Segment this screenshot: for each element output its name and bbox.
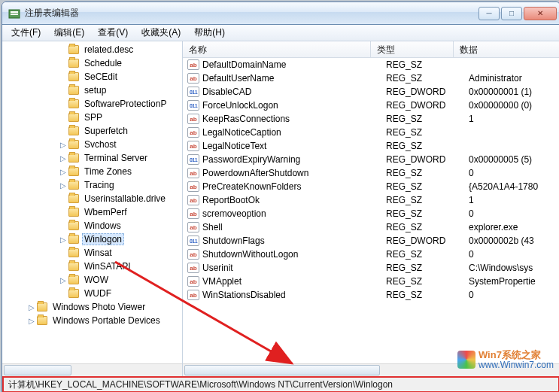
statusbar-path: 计算机\HKEY_LOCAL_MACHINE\SOFTWARE\Microsof… <box>8 378 393 391</box>
value-name: DefaultDomainName <box>202 59 386 70</box>
list-hscroll[interactable] <box>183 363 559 376</box>
list-row[interactable]: LegalNoticeCaptionREG_SZ <box>183 126 559 139</box>
list-row[interactable]: DefaultUserNameREG_SZAdministrator <box>183 71 559 85</box>
registry-tree[interactable]: related.descScheduleSeCEditsetupSoftware… <box>2 41 182 363</box>
menu-file[interactable]: 文件(F) <box>5 25 47 41</box>
value-data: 0 <box>469 208 559 219</box>
expand-icon[interactable]: ▷ <box>58 181 68 190</box>
tree-item[interactable]: WUDF <box>5 287 182 300</box>
list-row[interactable]: DisableCADREG_DWORD0x00000001 (1) <box>183 85 559 99</box>
folder-icon <box>68 126 79 135</box>
menu-view[interactable]: 查看(V) <box>92 25 134 41</box>
tree-item[interactable]: ▷Time Zones <box>5 165 182 178</box>
tree-label: Windows <box>82 220 123 231</box>
expand-icon[interactable]: ▷ <box>58 154 68 163</box>
tree-item[interactable]: SeCEdit <box>5 70 182 84</box>
list-row[interactable]: LegalNoticeTextREG_SZ <box>183 139 559 153</box>
list-row[interactable]: KeepRasConnectionsREG_SZ1 <box>183 112 559 126</box>
expand-icon[interactable]: ▷ <box>58 141 68 149</box>
values-list[interactable]: DefaultDomainNameREG_SZDefaultUserNameRE… <box>183 58 559 363</box>
tree-label: WinSATAPI <box>82 261 133 272</box>
col-type[interactable]: 类型 <box>371 41 454 57</box>
value-name: scremoveoption <box>202 208 386 219</box>
value-type: REG_DWORD <box>386 236 469 246</box>
tree-item[interactable]: ▷Windows Portable Devices <box>5 314 182 327</box>
tree-item[interactable]: SoftwareProtectionP <box>5 97 182 111</box>
string-value-icon <box>187 114 199 124</box>
expand-icon[interactable]: ▷ <box>58 168 68 176</box>
tree-item[interactable]: ▷WOW <box>5 273 182 287</box>
string-value-icon <box>187 276 199 287</box>
string-value-icon <box>187 208 199 219</box>
folder-icon <box>68 181 79 190</box>
value-data: explorer.exe <box>469 222 559 232</box>
value-data: 0 <box>469 249 559 260</box>
tree-item[interactable]: Superfetch <box>5 124 182 138</box>
folder-icon <box>68 248 79 257</box>
folder-icon <box>68 275 79 284</box>
list-row[interactable]: UserinitREG_SZC:\Windows\sys <box>183 261 559 275</box>
list-row[interactable]: ShutdownWithoutLogonREG_SZ0 <box>183 248 559 261</box>
list-row[interactable]: PasswordExpiryWarningREG_DWORD0x00000005… <box>183 153 559 166</box>
tree-hscroll[interactable] <box>2 363 182 376</box>
tree-label: Winlogon <box>82 233 124 245</box>
value-type: REG_SZ <box>386 127 469 138</box>
list-row[interactable]: DefaultDomainNameREG_SZ <box>183 58 559 71</box>
value-data: SystemPropertie <box>469 276 559 287</box>
menu-help[interactable]: 帮助(H) <box>188 25 231 41</box>
folder-icon <box>68 59 79 68</box>
tree-item[interactable]: Windows <box>5 219 182 232</box>
list-row[interactable]: ShutdownFlagsREG_DWORD0x0000002b (43 <box>183 234 559 248</box>
value-data: 0x00000000 (0) <box>469 100 559 111</box>
col-data[interactable]: 数据 <box>454 41 559 57</box>
tree-label: WbemPerf <box>82 207 129 217</box>
expand-icon[interactable]: ▷ <box>26 303 37 311</box>
tree-item[interactable]: Winsat <box>5 246 182 260</box>
tree-item[interactable]: Schedule <box>5 56 182 70</box>
expand-icon[interactable]: ▷ <box>58 236 68 244</box>
tree-item[interactable]: ▷Windows Photo Viewer <box>5 300 182 314</box>
maximize-button[interactable]: □ <box>501 7 522 20</box>
tree-label: Time Zones <box>82 166 134 177</box>
tree-item[interactable]: WinSATAPI <box>5 260 182 273</box>
value-data: 0x00000005 (5) <box>469 154 559 165</box>
list-row[interactable]: WinStationsDisabledREG_SZ0 <box>183 288 559 302</box>
expand-icon[interactable]: ▷ <box>58 276 68 284</box>
menu-edit[interactable]: 编辑(E) <box>48 25 90 41</box>
tree-label: Tracing <box>82 180 117 190</box>
close-button[interactable]: ✕ <box>524 7 557 20</box>
tree-label: Winsat <box>82 248 114 258</box>
value-type: REG_SZ <box>386 222 469 232</box>
svg-rect-1 <box>11 11 18 13</box>
expand-icon[interactable]: ▷ <box>26 317 37 325</box>
minimize-button[interactable]: ─ <box>478 7 500 20</box>
regedit-window: 注册表编辑器 ─ □ ✕ 文件(F) 编辑(E) 查看(V) 收藏夹(A) 帮助… <box>2 2 559 392</box>
statusbar: 计算机\HKEY_LOCAL_MACHINE\SOFTWARE\Microsof… <box>2 376 559 392</box>
col-name[interactable]: 名称 <box>183 41 371 57</box>
titlebar[interactable]: 注册表编辑器 ─ □ ✕ <box>2 2 559 25</box>
list-row[interactable]: ShellREG_SZexplorer.exe <box>183 220 559 234</box>
tree-item[interactable]: ▷Tracing <box>5 178 182 192</box>
tree-item[interactable]: related.desc <box>5 43 182 56</box>
value-data: 1 <box>469 114 559 124</box>
list-row[interactable]: VMAppletREG_SZSystemPropertie <box>183 275 559 288</box>
tree-label: Schedule <box>82 58 124 68</box>
string-value-icon <box>187 168 199 178</box>
tree-item[interactable]: Userinstallable.drive <box>5 192 182 205</box>
tree-label: SPP <box>82 112 105 123</box>
list-row[interactable]: PowerdownAfterShutdownREG_SZ0 <box>183 166 559 180</box>
tree-item[interactable]: ▷Terminal Server <box>5 151 182 165</box>
value-name: PreCreateKnownFolders <box>202 181 386 192</box>
list-row[interactable]: ReportBootOkREG_SZ1 <box>183 193 559 207</box>
tree-item[interactable]: SPP <box>5 111 182 124</box>
tree-item[interactable]: WbemPerf <box>5 205 182 219</box>
tree-item[interactable]: setup <box>5 84 182 97</box>
tree-item[interactable]: ▷Svchost <box>5 138 182 151</box>
string-value-icon <box>187 290 199 300</box>
list-row[interactable]: scremoveoptionREG_SZ0 <box>183 207 559 220</box>
tree-item[interactable]: ▷Winlogon <box>5 232 182 246</box>
menu-favorites[interactable]: 收藏夹(A) <box>135 25 187 41</box>
list-row[interactable]: ForceUnlockLogonREG_DWORD0x00000000 (0) <box>183 99 559 112</box>
string-value-icon <box>187 59 199 70</box>
list-row[interactable]: PreCreateKnownFoldersREG_SZ{A520A1A4-178… <box>183 180 559 193</box>
